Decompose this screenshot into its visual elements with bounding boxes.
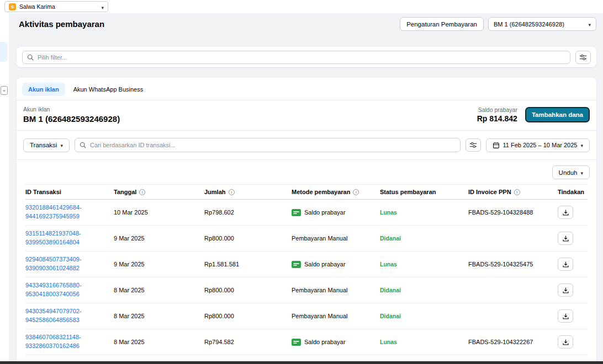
status-badge: Lunas bbox=[380, 209, 397, 216]
status-badge: Lunas bbox=[380, 261, 397, 267]
date-range-picker[interactable]: 11 Feb 2025 – 10 Mar 2025 bbox=[486, 138, 590, 152]
status-cell: Lunas bbox=[380, 261, 468, 267]
status-badge: Didanai bbox=[380, 235, 401, 242]
status-cell: Didanai bbox=[380, 287, 468, 293]
payment-activity-card: Akun iklan Akun WhatsApp Business Akun i… bbox=[17, 78, 596, 364]
sliders-icon bbox=[579, 53, 587, 61]
transaction-type-dropdown[interactable]: Transaksi bbox=[23, 138, 70, 152]
transaction-type-label: Transaksi bbox=[30, 142, 57, 148]
sliders-icon bbox=[469, 141, 477, 149]
download-icon bbox=[562, 235, 569, 242]
transaction-amount: Rp1.581.581 bbox=[204, 261, 292, 267]
transaction-id-link[interactable]: 9320188461429684-9441692375945959 bbox=[25, 204, 82, 221]
transaction-id-link[interactable]: 9430354947079702-9452586064856583 bbox=[25, 307, 82, 325]
transaction-id-cell: 9320188461429684-9441692375945959 bbox=[25, 204, 114, 221]
add-funds-button[interactable]: Tambahkan dana bbox=[525, 107, 590, 122]
payment-method: Pembayaran Manual bbox=[292, 287, 380, 293]
sidebar-active-item[interactable] bbox=[0, 42, 8, 62]
action-cell bbox=[558, 335, 588, 349]
invoice-id: FBADS-529-104328488 bbox=[468, 209, 558, 216]
payment-method: Pembayaran Manual bbox=[292, 313, 380, 319]
transaction-amount: Rp800.000 bbox=[204, 287, 292, 293]
transaction-amount: Rp800.000 bbox=[204, 313, 292, 319]
download-receipt-button[interactable] bbox=[558, 232, 573, 245]
download-icon bbox=[562, 339, 569, 346]
download-row: Unduh bbox=[17, 160, 596, 184]
download-receipt-button[interactable] bbox=[558, 309, 573, 323]
download-button[interactable]: Unduh bbox=[552, 165, 590, 179]
transaction-search[interactable] bbox=[75, 138, 461, 152]
page-header: Aktivitas pembayaran Pengaturan Pembayar… bbox=[19, 17, 596, 31]
calendar-icon bbox=[493, 142, 500, 149]
column-header-id-transaksi: ID Transaksi bbox=[25, 189, 114, 195]
balance-value: Rp 814.842 bbox=[477, 114, 517, 123]
chevron-down-icon bbox=[101, 2, 104, 12]
transaction-date: 8 Mar 2025 bbox=[114, 339, 204, 345]
column-header-status: Status pembayaran bbox=[380, 189, 468, 195]
download-receipt-button[interactable] bbox=[558, 258, 573, 271]
search-settings-button[interactable] bbox=[466, 138, 481, 152]
sidebar-expand-button[interactable] bbox=[1, 86, 8, 95]
account-selector[interactable]: BM 1 (626482593246928) bbox=[488, 17, 596, 31]
invoice-id: FBADS-529-104325475 bbox=[468, 261, 558, 267]
page-title: Aktivitas pembayaran bbox=[19, 19, 104, 29]
tab-ad-accounts[interactable]: Akun iklan bbox=[22, 83, 65, 96]
balance-label: Saldo prabayar bbox=[477, 106, 517, 113]
prepaid-balance-icon bbox=[292, 209, 301, 216]
info-icon[interactable] bbox=[229, 189, 235, 195]
payment-method: Saldo prabayar bbox=[292, 209, 380, 216]
info-icon[interactable] bbox=[353, 189, 359, 195]
business-name: Salwa Karima bbox=[19, 3, 98, 10]
payment-settings-button[interactable]: Pengaturan Pembayaran bbox=[400, 17, 484, 31]
download-receipt-button[interactable] bbox=[558, 206, 573, 219]
table-row: 9430354947079702-9452586064856583 8 Mar … bbox=[25, 303, 588, 329]
status-cell: Didanai bbox=[380, 235, 468, 242]
info-icon[interactable] bbox=[139, 189, 145, 195]
column-header-tindakan: Tindakan bbox=[558, 189, 588, 195]
transaction-search-input[interactable] bbox=[90, 142, 456, 148]
payment-method: Saldo prabayar bbox=[292, 261, 380, 268]
filter-search[interactable] bbox=[22, 51, 570, 64]
transaction-date: 9 Mar 2025 bbox=[114, 261, 204, 267]
transaction-id-link[interactable]: 9294084507373409-9390903061024882 bbox=[25, 255, 82, 273]
status-cell: Didanai bbox=[380, 313, 468, 319]
filter-search-input[interactable] bbox=[38, 54, 565, 61]
table-row: 9384607068321148-9332860370162486 8 Mar … bbox=[25, 329, 588, 355]
transaction-id-link[interactable]: 9384607068321148-9332860370162486 bbox=[25, 333, 81, 351]
filter-settings-button[interactable] bbox=[575, 51, 591, 64]
prepaid-balance-icon bbox=[292, 261, 301, 268]
download-icon bbox=[562, 209, 569, 216]
transaction-amount: Rp794.582 bbox=[204, 339, 292, 345]
chevron-down-icon bbox=[588, 21, 591, 28]
transaction-amount: Rp800.000 bbox=[204, 235, 292, 242]
download-receipt-button[interactable] bbox=[558, 283, 573, 297]
business-selector[interactable]: S Salwa Karima bbox=[4, 1, 108, 12]
filter-card bbox=[17, 47, 596, 67]
info-icon[interactable] bbox=[514, 189, 520, 195]
search-icon bbox=[80, 142, 86, 148]
prepaid-balance-icon bbox=[292, 339, 301, 346]
transaction-id-cell: 9315114821937048-9399503890164804 bbox=[25, 229, 114, 247]
status-cell: Lunas bbox=[380, 339, 468, 345]
transaction-id-link[interactable]: 9315114821937048-9399503890164804 bbox=[25, 229, 81, 247]
account-tabs: Akun iklan Akun WhatsApp Business bbox=[17, 78, 596, 100]
download-icon bbox=[562, 313, 569, 320]
action-cell bbox=[558, 309, 588, 323]
balance-section: Saldo prabayar Rp 814.842 Tambahkan dana bbox=[477, 106, 590, 123]
payment-method: Saldo prabayar bbox=[292, 339, 380, 346]
date-range-value: 11 Feb 2025 – 10 Mar 2025 bbox=[503, 142, 578, 148]
transaction-date: 9 Mar 2025 bbox=[114, 235, 204, 242]
download-receipt-button[interactable] bbox=[558, 335, 573, 349]
transaction-id-link[interactable]: 9433493166765880-9530418003740056 bbox=[25, 281, 82, 299]
invoice-id: FBADS-529-104322267 bbox=[468, 339, 558, 345]
download-icon bbox=[562, 261, 569, 268]
download-label: Unduh bbox=[559, 169, 578, 176]
chevron-down-icon bbox=[580, 169, 583, 176]
table-row: 9320188461429684-9441692375945959 10 Mar… bbox=[25, 200, 588, 226]
balance-block: Saldo prabayar Rp 814.842 bbox=[477, 106, 517, 123]
table-row: 9294084507373409-9390903061024882 9 Mar … bbox=[25, 251, 588, 277]
account-selector-value: BM 1 (626482593246928) bbox=[494, 21, 564, 28]
transaction-controls: Transaksi 11 Feb 2025 – 10 Mar 2025 bbox=[17, 131, 596, 160]
tab-whatsapp-business[interactable]: Akun WhatsApp Business bbox=[67, 83, 150, 96]
status-cell: Lunas bbox=[380, 209, 468, 216]
